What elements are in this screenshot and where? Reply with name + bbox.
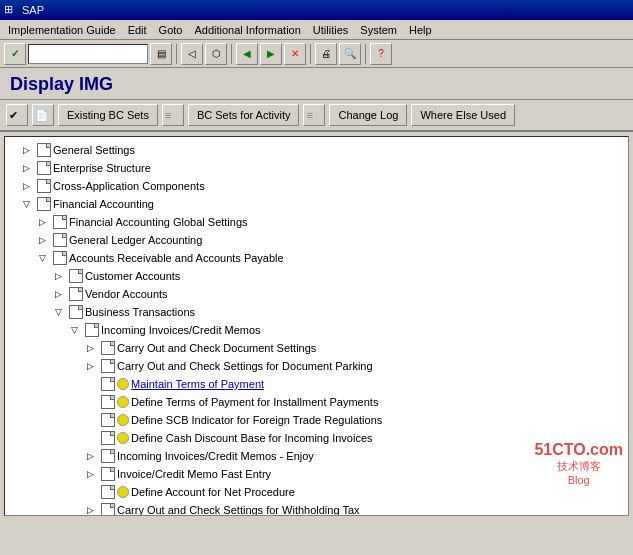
doc-icon-ar-ap xyxy=(53,251,67,265)
label-cross-app-components: Cross-Application Components xyxy=(53,180,205,192)
tree-item-customer-accounts[interactable]: ▷ Customer Accounts xyxy=(7,267,626,285)
back-button[interactable]: ◁ xyxy=(181,43,203,65)
label-financial-accounting: Financial Accounting xyxy=(53,198,154,210)
doc-icon-general-settings xyxy=(37,143,51,157)
toggle-financial-accounting[interactable]: ▽ xyxy=(23,199,35,209)
label-vendor-accounts: Vendor Accounts xyxy=(85,288,168,300)
separator-1 xyxy=(176,44,177,64)
doc-icon-financial-accounting xyxy=(37,197,51,211)
menu-bar: Implementation Guide Edit Goto Additiona… xyxy=(0,20,633,40)
tree-item-ar-ap[interactable]: ▽ Accounts Receivable and Accounts Payab… xyxy=(7,249,626,267)
doc-icon-maintain-terms xyxy=(101,377,115,391)
label-define-scb: Define SCB Indicator for Foreign Trade R… xyxy=(131,414,382,426)
toggle-carry-out-check-parking[interactable]: ▷ xyxy=(87,361,99,371)
doc-icon-define-cash-discount xyxy=(101,431,115,445)
toolbar-icon-1[interactable]: ✔ xyxy=(6,104,28,126)
tree-item-general-settings[interactable]: ▷ General Settings xyxy=(7,141,626,159)
menu-implementation-guide[interactable]: Implementation Guide xyxy=(2,22,122,38)
tree-item-enterprise-structure[interactable]: ▷ Enterprise Structure xyxy=(7,159,626,177)
button-bar: ✔ 📄 Existing BC Sets ≡ BC Sets for Activ… xyxy=(0,100,633,132)
menu-edit[interactable]: Edit xyxy=(122,22,153,38)
clock-icon-maintain-terms xyxy=(117,378,129,390)
label-carry-out-check-parking: Carry Out and Check Settings for Documen… xyxy=(117,360,373,372)
doc-icon-incoming-invoices xyxy=(85,323,99,337)
separator-3 xyxy=(310,44,311,64)
change-log-button[interactable]: Change Log xyxy=(329,104,407,126)
bc-sets-activity-icon[interactable]: ≡ xyxy=(162,104,184,126)
toggle-cross-app-components[interactable]: ▷ xyxy=(23,181,35,191)
tree-item-cross-app-components[interactable]: ▷ Cross-Application Components xyxy=(7,177,626,195)
toggle-carry-out-check-doc[interactable]: ▷ xyxy=(87,343,99,353)
toggle-incoming-invoices-enjoy[interactable]: ▷ xyxy=(87,451,99,461)
bc-sets-activity-button[interactable]: BC Sets for Activity xyxy=(188,104,300,126)
doc-icon-define-account-net xyxy=(101,485,115,499)
label-incoming-invoices: Incoming Invoices/Credit Memos xyxy=(101,324,261,336)
tree-item-carry-out-check-doc[interactable]: ▷ Carry Out and Check Document Settings xyxy=(7,339,626,357)
toggle-incoming-invoices[interactable]: ▽ xyxy=(71,325,83,335)
label-carry-out-withholding: Carry Out and Check Settings for Withhol… xyxy=(117,504,360,516)
menu-goto[interactable]: Goto xyxy=(153,22,189,38)
menu-system[interactable]: System xyxy=(354,22,403,38)
toggle-carry-out-withholding[interactable]: ▷ xyxy=(87,505,99,515)
toggle-general-ledger[interactable]: ▷ xyxy=(39,235,51,245)
watermark-site: 51CTO.com xyxy=(534,441,623,459)
toggle-fin-accounting-global[interactable]: ▷ xyxy=(39,217,51,227)
doc-icon-enterprise-structure xyxy=(37,161,51,175)
tree-item-maintain-terms[interactable]: Maintain Terms of Payment xyxy=(7,375,626,393)
doc-icon-define-scb xyxy=(101,413,115,427)
tree-item-carry-out-check-parking[interactable]: ▷ Carry Out and Check Settings for Docum… xyxy=(7,357,626,375)
input-help-button[interactable]: ▤ xyxy=(150,43,172,65)
label-ar-ap: Accounts Receivable and Accounts Payable xyxy=(69,252,284,264)
tree-item-general-ledger[interactable]: ▷ General Ledger Accounting xyxy=(7,231,626,249)
doc-icon-define-terms-installment xyxy=(101,395,115,409)
check-button[interactable]: ✓ xyxy=(4,43,26,65)
tree-item-incoming-invoices[interactable]: ▽ Incoming Invoices/Credit Memos xyxy=(7,321,626,339)
doc-icon-carry-out-check-parking xyxy=(101,359,115,373)
toggle-enterprise-structure[interactable]: ▷ xyxy=(23,163,35,173)
where-else-used-button[interactable]: Where Else Used xyxy=(411,104,515,126)
prev-button[interactable]: ◀ xyxy=(236,43,258,65)
toggle-invoice-fast-entry[interactable]: ▷ xyxy=(87,469,99,479)
tree-item-business-transactions[interactable]: ▽ Business Transactions xyxy=(7,303,626,321)
existing-bc-sets-button[interactable]: Existing BC Sets xyxy=(58,104,158,126)
bc-sets-icon2[interactable]: ≡ xyxy=(303,104,325,126)
toggle-ar-ap[interactable]: ▽ xyxy=(39,253,51,263)
tree-item-fin-accounting-global[interactable]: ▷ Financial Accounting Global Settings xyxy=(7,213,626,231)
toggle-general-settings[interactable]: ▷ xyxy=(23,145,35,155)
label-define-terms-installment: Define Terms of Payment for Installment … xyxy=(131,396,378,408)
print-button[interactable]: 🖨 xyxy=(315,43,337,65)
stop-button[interactable]: ✕ xyxy=(284,43,306,65)
tree-item-define-terms-installment[interactable]: Define Terms of Payment for Installment … xyxy=(7,393,626,411)
clock-icon-define-account-net xyxy=(117,486,129,498)
tree-item-incoming-invoices-enjoy[interactable]: ▷ Incoming Invoices/Credit Memos - Enjoy xyxy=(7,447,626,465)
exit-button[interactable]: ⬡ xyxy=(205,43,227,65)
doc-icon-cross-app-components xyxy=(37,179,51,193)
tree-item-invoice-fast-entry[interactable]: ▷ Invoice/Credit Memo Fast Entry xyxy=(7,465,626,483)
toggle-vendor-accounts[interactable]: ▷ xyxy=(55,289,67,299)
tree-item-define-cash-discount[interactable]: Define Cash Discount Base for Incoming I… xyxy=(7,429,626,447)
toggle-customer-accounts[interactable]: ▷ xyxy=(55,271,67,281)
tree-container: ▷ General Settings▷ Enterprise Structure… xyxy=(0,136,633,516)
doc-icon-vendor-accounts xyxy=(69,287,83,301)
clock-icon-define-terms-installment xyxy=(117,396,129,408)
next-button[interactable]: ▶ xyxy=(260,43,282,65)
menu-utilities[interactable]: Utilities xyxy=(307,22,354,38)
title-bar: ⊞ SAP xyxy=(0,0,633,20)
menu-additional-info[interactable]: Additional Information xyxy=(188,22,306,38)
tree-item-vendor-accounts[interactable]: ▷ Vendor Accounts xyxy=(7,285,626,303)
tree-item-define-account-net[interactable]: Define Account for Net Procedure xyxy=(7,483,626,501)
toolbar-icon-2[interactable]: 📄 xyxy=(32,104,54,126)
menu-help[interactable]: Help xyxy=(403,22,438,38)
separator-2 xyxy=(231,44,232,64)
help-button[interactable]: ? xyxy=(370,43,392,65)
tree-item-define-scb[interactable]: Define SCB Indicator for Foreign Trade R… xyxy=(7,411,626,429)
tree-item-financial-accounting[interactable]: ▽ Financial Accounting xyxy=(7,195,626,213)
command-input[interactable] xyxy=(28,44,148,64)
toggle-business-transactions[interactable]: ▽ xyxy=(55,307,67,317)
find-button[interactable]: 🔍 xyxy=(339,43,361,65)
title-bar-text: SAP xyxy=(22,4,44,16)
app-icon: ⊞ xyxy=(4,3,18,17)
label-fin-accounting-global: Financial Accounting Global Settings xyxy=(69,216,248,228)
tree-item-carry-out-withholding[interactable]: ▷ Carry Out and Check Settings for Withh… xyxy=(7,501,626,516)
watermark-sub: 技术博客Blog xyxy=(534,459,623,486)
